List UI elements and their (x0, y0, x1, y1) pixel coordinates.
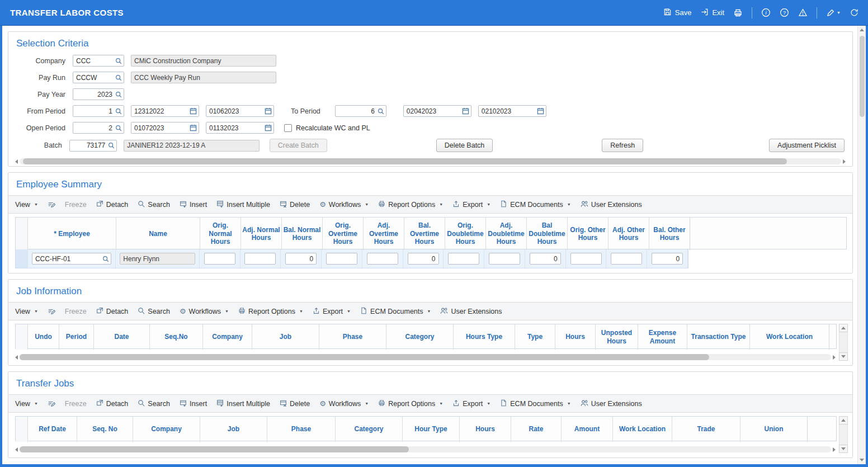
calendar-icon[interactable] (265, 107, 272, 115)
workflows-menu[interactable]: ⚙ Workflows▼ (319, 201, 369, 209)
job-information-hscrollbar[interactable] (15, 353, 836, 361)
column-header[interactable]: Ref Date (28, 417, 77, 442)
report-options-menu[interactable]: Report Options▼ (238, 307, 303, 316)
batch-lov-search-icon[interactable] (108, 142, 115, 149)
scroll-up-arrow-icon[interactable] (839, 324, 848, 332)
scroll-right-arrow-icon[interactable] (833, 355, 836, 360)
scroll-down-arrow-icon[interactable] (858, 456, 866, 464)
transfer-jobs-hscrollbar[interactable] (15, 446, 836, 453)
ecm-documents-menu[interactable]: ECM Documents▼ (500, 200, 570, 209)
detach-button[interactable]: Detach (96, 200, 129, 209)
bal-overtime-hours-input[interactable] (408, 253, 439, 265)
insert-button[interactable]: Insert (180, 200, 207, 209)
scrollbar-thumb[interactable] (860, 36, 865, 117)
scroll-left-arrow-icon[interactable] (15, 159, 18, 164)
employee-lov-search-icon[interactable] (102, 256, 109, 262)
scroll-up-arrow-icon[interactable] (858, 26, 866, 34)
column-header[interactable]: Orig. Doubletime Hours (445, 218, 486, 250)
workflows-menu[interactable]: ⚙ Workflows▼ (319, 400, 369, 408)
scroll-right-arrow-icon[interactable] (843, 159, 846, 164)
column-header[interactable]: Phase (319, 324, 386, 350)
export-menu[interactable]: Export▼ (452, 399, 490, 408)
from-period-end-date[interactable] (206, 105, 274, 117)
column-header[interactable]: Orig. Overtime Hours (323, 218, 364, 250)
delete-batch-button[interactable]: Delete Batch (436, 139, 493, 152)
column-header[interactable]: Bal. Other Hours (649, 218, 690, 250)
detach-button[interactable]: Detach (96, 307, 129, 316)
column-header[interactable]: Hours (555, 324, 596, 350)
format-columns-icon[interactable] (48, 201, 55, 209)
scroll-up-arrow-icon[interactable] (839, 416, 848, 424)
column-header[interactable]: * Employee (28, 218, 116, 250)
column-header[interactable]: Job (252, 324, 319, 350)
info-icon[interactable]: i (761, 8, 771, 17)
adj-doubletime-hours-input[interactable] (489, 253, 520, 265)
view-menu[interactable]: View▼ (15, 201, 38, 209)
column-header[interactable]: Seq. No (77, 417, 133, 442)
export-menu[interactable]: Export▼ (313, 307, 351, 316)
orig-other-hours-input[interactable] (570, 253, 602, 265)
recalculate-checkbox[interactable] (284, 124, 292, 132)
calendar-icon[interactable] (190, 124, 197, 131)
freeze-button[interactable]: Freeze (65, 308, 87, 315)
column-header[interactable]: Undo (28, 324, 59, 350)
company-lov-search-icon[interactable] (115, 58, 122, 64)
warning-icon[interactable] (798, 8, 808, 17)
column-header[interactable]: Expense Amount (638, 324, 687, 350)
pay-run-lov-search-icon[interactable] (115, 74, 122, 81)
user-extensions-button[interactable]: User Extensions (440, 307, 502, 316)
scroll-down-arrow-icon[interactable] (839, 352, 848, 361)
column-header[interactable]: Bal. Overtime Hours (404, 218, 445, 250)
column-header[interactable]: Adj. Doubletime Hours (486, 218, 527, 250)
column-header[interactable]: Name (116, 218, 200, 250)
column-header[interactable]: Seq.No (150, 324, 203, 350)
column-header[interactable]: Orig. Normal Hours (200, 218, 241, 250)
column-header[interactable]: Union (740, 417, 808, 442)
column-header[interactable]: Amount (562, 417, 613, 442)
report-options-menu[interactable]: Report Options▼ (378, 399, 443, 408)
export-menu[interactable]: Export▼ (452, 200, 490, 209)
selection-criteria-hscrollbar[interactable] (15, 158, 846, 165)
column-header[interactable]: Work Location (750, 324, 829, 350)
help-icon[interactable]: ? (780, 8, 789, 17)
create-batch-button[interactable]: Create Batch (270, 139, 327, 152)
bal-normal-hours-input[interactable] (285, 253, 317, 265)
scroll-right-arrow-icon[interactable] (833, 447, 836, 452)
column-header[interactable]: Adj. Overtime Hours (364, 218, 404, 250)
freeze-button[interactable]: Freeze (65, 400, 87, 408)
column-header[interactable]: Company (203, 324, 252, 350)
column-header[interactable]: Orig. Other Hours (568, 218, 608, 250)
report-options-menu[interactable]: Report Options▼ (378, 200, 443, 209)
column-header[interactable]: Company (133, 417, 200, 442)
to-period-start-date[interactable] (403, 105, 471, 117)
open-period-start-date[interactable] (131, 122, 199, 134)
detach-button[interactable]: Detach (96, 399, 129, 408)
save-button[interactable]: Save (663, 8, 692, 18)
from-period-start-date[interactable] (131, 105, 199, 117)
freeze-button[interactable]: Freeze (65, 201, 87, 209)
row-selector[interactable] (16, 249, 28, 268)
column-header[interactable]: Adj. Normal Hours (241, 218, 282, 250)
open-period-end-date[interactable] (206, 122, 274, 134)
refresh-icon[interactable] (850, 8, 859, 17)
orig-doubletime-hours-input[interactable] (448, 253, 479, 265)
column-header[interactable]: Category (336, 417, 403, 442)
pay-year-lov-search-icon[interactable] (115, 91, 122, 98)
column-header[interactable]: Hours Type (454, 324, 515, 350)
to-period-end-date[interactable] (478, 105, 546, 117)
search-button[interactable]: Search (138, 399, 170, 408)
page-vertical-scrollbar[interactable] (857, 26, 866, 464)
calendar-icon[interactable] (265, 124, 272, 131)
insert-button[interactable]: Insert (180, 399, 207, 408)
adj-normal-hours-input[interactable] (244, 253, 276, 265)
search-button[interactable]: Search (138, 200, 170, 209)
adj-other-hours-input[interactable] (611, 253, 642, 265)
view-menu[interactable]: View▼ (15, 308, 38, 315)
user-extensions-button[interactable]: User Extensions (581, 399, 642, 408)
orig-overtime-hours-input[interactable] (326, 253, 357, 265)
format-columns-icon[interactable] (48, 308, 55, 315)
edit-menu-button[interactable]: ▼ (826, 8, 841, 17)
employee-code-input[interactable] (32, 253, 111, 265)
insert-multiple-button[interactable]: Insert Multiple (216, 200, 270, 209)
column-header[interactable]: Rate (511, 417, 562, 442)
